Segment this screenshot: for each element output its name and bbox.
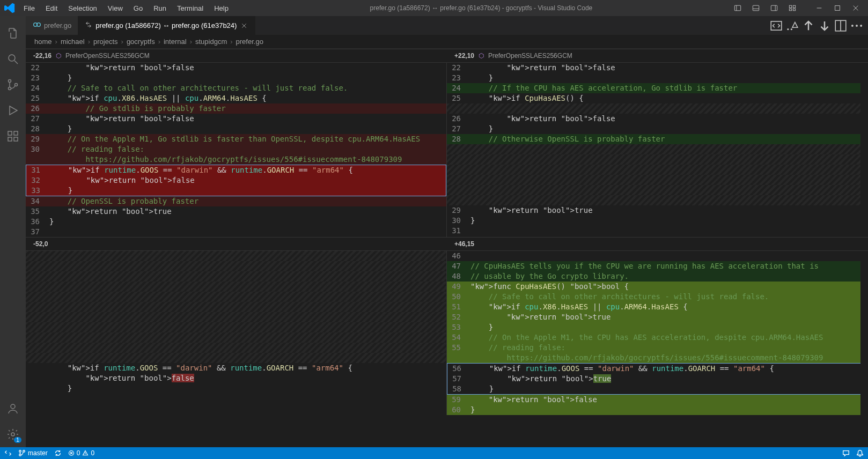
feedback-icon[interactable] (842, 449, 850, 457)
code-line[interactable]: 23 } (447, 73, 868, 83)
code-line[interactable] (447, 165, 868, 175)
code-line[interactable]: 35 "kw">return "bool">true (26, 206, 446, 217)
overview-ruler[interactable] (860, 63, 868, 237)
prev-change-icon[interactable] (801, 19, 815, 33)
code-line[interactable]: } (26, 383, 446, 394)
menu-selection[interactable]: Selection (64, 2, 101, 14)
run-debug-icon[interactable] (0, 98, 26, 123)
notifications-icon[interactable] (856, 449, 864, 457)
code-line[interactable]: 53 } (447, 322, 868, 332)
next-change-icon[interactable] (818, 19, 832, 33)
code-line[interactable] (26, 251, 446, 261)
code-line[interactable] (447, 144, 868, 154)
toggle-whitespace-icon[interactable] (785, 19, 799, 33)
code-line[interactable] (26, 292, 446, 302)
code-line[interactable]: 27 "kw">return "bool">false (26, 114, 446, 124)
code-line[interactable]: 30 // reading false: (26, 144, 446, 154)
breadcrumb-item[interactable]: michael (61, 38, 85, 46)
code-line[interactable] (447, 103, 868, 114)
code-line[interactable]: 28 } (26, 124, 446, 134)
open-changes-icon[interactable] (769, 19, 783, 33)
code-line[interactable] (26, 282, 446, 292)
code-line[interactable]: 25 "kw">if CpuHasAES() { (447, 93, 868, 103)
close-tab-icon[interactable] (240, 21, 248, 30)
code-line[interactable] (26, 343, 446, 353)
breadcrumb-item[interactable]: projects (93, 38, 118, 46)
code-line[interactable]: 24 // Safe to call on other architecture… (26, 83, 446, 93)
code-line[interactable]: 29 // On the Apple M1, Go stdlib is fast… (26, 134, 446, 144)
code-line[interactable] (26, 322, 446, 332)
problems-indicator[interactable]: 0 0 (68, 449, 94, 457)
code-line[interactable]: "kw">return "bool">false (26, 373, 446, 383)
more-actions-icon[interactable] (850, 19, 864, 33)
code-line[interactable]: 52 "kw">return "bool">true (447, 312, 868, 322)
tab-0[interactable]: prefer.go (26, 16, 78, 35)
code-line[interactable]: 30} (447, 216, 868, 226)
code-line[interactable]: 46 (447, 251, 868, 261)
sync-indicator[interactable] (54, 449, 62, 457)
code-line[interactable]: 36} (26, 217, 446, 227)
accounts-icon[interactable] (0, 396, 26, 421)
code-line[interactable]: 56 "kw">if runtime.GOOS == "darwin" && r… (447, 363, 868, 374)
menu-go[interactable]: Go (129, 2, 147, 14)
code-line[interactable] (26, 332, 446, 343)
code-line[interactable] (26, 312, 446, 322)
source-control-icon[interactable] (0, 72, 26, 98)
code-line[interactable]: 27 } (447, 124, 868, 134)
menu-view[interactable]: View (104, 2, 127, 14)
maximize-icon[interactable] (829, 2, 845, 14)
code-line[interactable]: 22 "kw">return "bool">false (26, 63, 446, 73)
code-line[interactable]: 57 "kw">return "bool">true (447, 374, 868, 384)
code-line[interactable]: 60} (447, 405, 868, 415)
code-line[interactable]: 55 // reading false: (447, 343, 868, 353)
search-icon[interactable] (0, 46, 26, 72)
tab-1[interactable]: prefer.go (1a586672) ↔ prefer.go (61e37b… (78, 16, 255, 35)
code-line[interactable]: 25 "kw">if cpu.X86.HasAES || cpu.ARM64.H… (26, 93, 446, 103)
code-line[interactable] (447, 195, 868, 205)
code-line[interactable]: https://github.com/rfjakob/gocryptfs/iss… (447, 353, 868, 363)
code-line[interactable]: 59 "kw">return "bool">false (447, 395, 868, 405)
menu-run[interactable]: Run (149, 2, 171, 14)
breadcrumb-item[interactable]: gocryptfs (127, 38, 155, 46)
code-line[interactable] (447, 185, 868, 195)
explorer-icon[interactable] (0, 20, 26, 46)
diff-hunk-body[interactable]: 22 "kw">return "bool">false23 }24 // Saf… (26, 63, 868, 237)
breadcrumb-item[interactable]: stupidgcm (195, 38, 227, 46)
code-line[interactable]: 26 "kw">return "bool">false (447, 114, 868, 124)
code-line[interactable]: 29 "kw">return "bool">true (447, 205, 868, 216)
code-line[interactable]: 47// CpuHasAES tells you if the CPU we a… (447, 261, 868, 271)
code-line[interactable]: 34 // OpenSSL is probably faster (26, 196, 446, 206)
code-line[interactable] (26, 271, 446, 282)
code-line[interactable]: https://github.com/rfjakob/gocryptfs/iss… (26, 154, 446, 165)
minimize-icon[interactable] (811, 2, 827, 14)
breadcrumb-item[interactable]: prefer.go (236, 38, 263, 46)
code-line[interactable]: 50 // Safe to call on other architecture… (447, 292, 868, 302)
code-line[interactable]: 28 // Otherwise OpenSSL is probably fast… (447, 134, 868, 144)
extensions-icon[interactable] (0, 123, 26, 149)
settings-gear-icon[interactable]: 1 (0, 421, 26, 447)
code-line[interactable]: 51 "kw">if cpu.X86.HasAES || cpu.ARM64.H… (447, 302, 868, 312)
toggle-primary-sidebar-icon[interactable] (730, 2, 746, 14)
toggle-secondary-sidebar-icon[interactable] (766, 2, 782, 14)
overview-ruler[interactable] (860, 251, 868, 415)
code-line[interactable]: 48// usable by the Go crypto library. (447, 271, 868, 282)
code-line[interactable]: 23 } (26, 73, 446, 83)
code-line[interactable]: 31 (447, 226, 868, 236)
branch-indicator[interactable]: master (18, 449, 48, 457)
code-line[interactable]: 33 } (26, 186, 446, 196)
code-line[interactable]: 24 // If the CPU has AES acceleration, G… (447, 83, 868, 93)
split-editor-icon[interactable] (834, 19, 848, 33)
code-line[interactable]: 31 "kw">if runtime.GOOS == "darwin" && r… (26, 165, 446, 175)
code-line[interactable]: 54 // On the Apple M1, the CPU has AES a… (447, 332, 868, 343)
menu-terminal[interactable]: Terminal (173, 2, 208, 14)
menu-help[interactable]: Help (210, 2, 233, 14)
breadcrumb-item[interactable]: home (34, 38, 52, 46)
menu-edit[interactable]: Edit (41, 2, 62, 14)
diff-hunk-body[interactable]: "kw">if runtime.GOOS == "darwin" && runt… (26, 251, 868, 415)
code-line[interactable]: 58 } (447, 384, 868, 395)
code-line[interactable] (447, 154, 868, 165)
code-line[interactable] (447, 175, 868, 185)
code-line[interactable]: 32 "kw">return "bool">false (26, 175, 446, 186)
code-line[interactable]: 22 "kw">return "bool">false (447, 63, 868, 73)
close-window-icon[interactable] (848, 2, 864, 14)
